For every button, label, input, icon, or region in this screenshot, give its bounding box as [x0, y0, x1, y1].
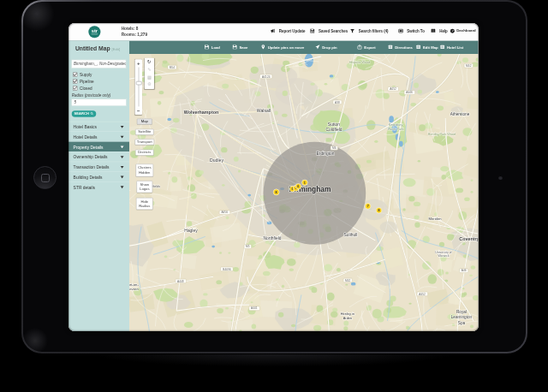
svg-text:Meriden: Meriden	[428, 216, 442, 220]
svg-text:8: 8	[276, 190, 277, 193]
svg-text:A456: A456	[221, 211, 228, 214]
svg-text:A452: A452	[390, 87, 396, 91]
svg-text:A448: A448	[177, 279, 184, 282]
svg-text:Arden: Arden	[343, 316, 353, 320]
svg-text:B4096: B4096	[223, 267, 231, 270]
svg-text:Solihull: Solihull	[344, 233, 358, 237]
svg-text:1: 1	[304, 181, 306, 184]
svg-text:Coventry: Coventry	[459, 235, 478, 241]
svg-text:Kingsbury: Kingsbury	[389, 123, 403, 127]
svg-text:Water Park: Water Park	[388, 127, 404, 130]
svg-text:A446: A446	[406, 91, 413, 94]
svg-text:Wolverhampton: Wolverhampton	[184, 109, 218, 114]
svg-text:Spa: Spa	[458, 320, 466, 324]
svg-text:6: 6	[297, 185, 299, 188]
svg-text:M5: M5	[246, 245, 250, 248]
svg-text:A441: A441	[251, 306, 258, 310]
svg-text:Coldfield: Coldfield	[325, 128, 342, 132]
svg-text:Stourport-on-: Stourport-on-	[129, 282, 139, 287]
svg-text:M6: M6	[332, 146, 337, 149]
svg-text:Sutton: Sutton	[328, 122, 340, 127]
svg-text:M54: M54	[170, 65, 176, 68]
svg-text:Bentley Park Wood: Bentley Park Wood	[428, 132, 456, 135]
svg-text:Walsall: Walsall	[257, 108, 271, 113]
svg-text:A452: A452	[419, 292, 426, 295]
svg-text:Royal: Royal	[456, 310, 467, 314]
svg-text:Severn: Severn	[129, 287, 139, 291]
svg-text:University of: University of	[435, 251, 451, 254]
svg-text:M42: M42	[466, 63, 472, 67]
svg-text:8: 8	[378, 209, 380, 212]
svg-text:Henley in: Henley in	[341, 312, 355, 316]
svg-text:Warwick: Warwick	[438, 254, 449, 258]
svg-text:A4124: A4124	[262, 74, 271, 78]
svg-text:Dudley: Dudley	[210, 157, 223, 162]
svg-text:M42: M42	[345, 278, 351, 282]
svg-text:A38: A38	[335, 100, 340, 104]
svg-text:Atherstone: Atherstone	[450, 112, 470, 116]
svg-text:Hopwas Wood: Hopwas Wood	[349, 60, 370, 63]
svg-text:Leamington: Leamington	[451, 315, 473, 319]
svg-text:Erdington: Erdington	[317, 151, 335, 155]
svg-text:A46: A46	[462, 269, 467, 272]
svg-text:Hagley: Hagley	[184, 229, 198, 233]
svg-text:7: 7	[367, 205, 369, 208]
svg-text:Northfield: Northfield	[264, 235, 282, 240]
